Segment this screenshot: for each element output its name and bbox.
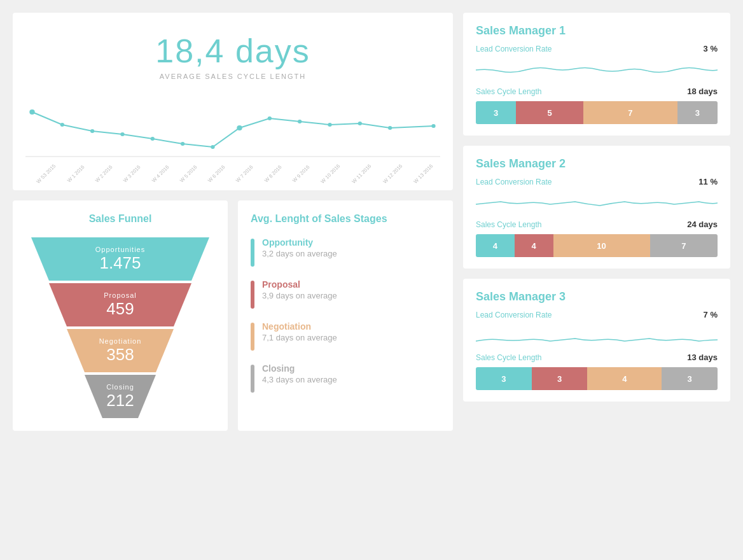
conversion-row: Lead Conversion Rate 11 % bbox=[476, 177, 718, 186]
avg-cycle-card: 18,4 days AVERAGE SALES CYCLE LENGTH bbox=[13, 13, 453, 190]
svg-point-6 bbox=[181, 142, 184, 146]
svg-point-3 bbox=[90, 129, 94, 133]
stage-days: 4,3 days on average bbox=[262, 375, 337, 384]
conversion-label: Lead Conversion Rate bbox=[476, 45, 552, 53]
progress-bar: 44107 bbox=[476, 234, 718, 257]
svg-point-14 bbox=[431, 124, 435, 128]
cycle-value: 24 days bbox=[687, 220, 718, 229]
cycle-label: Sales Cycle Length bbox=[476, 87, 541, 96]
stage-text: Negotiation 7,1 days on average bbox=[262, 321, 337, 342]
conversion-value: 3 % bbox=[704, 44, 718, 53]
svg-point-13 bbox=[388, 126, 392, 130]
stage-name: Proposal bbox=[262, 279, 337, 290]
manager-name: Sales Manager 2 bbox=[476, 157, 718, 171]
cycle-row: Sales Cycle Length 18 days bbox=[476, 87, 718, 96]
svg-point-1 bbox=[29, 109, 34, 115]
svg-point-12 bbox=[358, 122, 362, 125]
manager-card: Sales Manager 1 Lead Conversion Rate 3 %… bbox=[463, 13, 730, 136]
stages-list: Opportunity 3,2 days on average Proposal… bbox=[251, 237, 440, 393]
conversion-value: 11 % bbox=[698, 177, 718, 186]
svg-point-10 bbox=[298, 120, 302, 123]
bar-label: Proposal bbox=[104, 291, 136, 299]
stage-text: Proposal 3,9 days on average bbox=[262, 279, 337, 300]
manager-card: Sales Manager 3 Lead Conversion Rate 7 %… bbox=[463, 279, 730, 402]
stage-item: Proposal 3,9 days on average bbox=[251, 279, 440, 309]
stage-days: 3,2 days on average bbox=[262, 249, 337, 258]
bar-value: 212 bbox=[106, 391, 134, 410]
bar-value: 358 bbox=[106, 345, 134, 365]
stage-days: 7,1 days on average bbox=[262, 333, 337, 342]
progress-segment: 7 bbox=[650, 234, 718, 257]
progress-segment: 5 bbox=[516, 101, 583, 124]
svg-point-9 bbox=[268, 116, 272, 120]
conversion-row: Lead Conversion Rate 7 % bbox=[476, 310, 718, 319]
managers-column: Sales Manager 1 Lead Conversion Rate 3 %… bbox=[463, 13, 730, 431]
cycle-value: 13 days bbox=[687, 353, 718, 362]
svg-point-7 bbox=[211, 145, 214, 149]
progress-bar: 3573 bbox=[476, 101, 718, 124]
cycle-row: Sales Cycle Length 13 days bbox=[476, 353, 718, 362]
avg-cycle-value: 18,4 days bbox=[25, 32, 440, 70]
conversion-label: Lead Conversion Rate bbox=[476, 178, 552, 186]
conversion-value: 7 % bbox=[704, 310, 718, 319]
conversion-row: Lead Conversion Rate 3 % bbox=[476, 44, 718, 53]
progress-segment: 4 bbox=[476, 234, 515, 257]
funnel-bar: Negotiation358 bbox=[31, 329, 209, 372]
mini-sparkline bbox=[476, 323, 718, 349]
mini-sparkline bbox=[476, 57, 718, 83]
funnel-bar: Proposal459 bbox=[31, 283, 209, 326]
stage-indicator bbox=[251, 365, 254, 393]
svg-point-2 bbox=[60, 123, 64, 127]
avg-length-card: Avg. Lenght of Sales Stages Opportunity … bbox=[238, 200, 453, 431]
funnel-bar: Opportunities1.475 bbox=[31, 237, 209, 281]
stage-text: Closing 4,3 days on average bbox=[262, 363, 337, 384]
dashboard: 18,4 days AVERAGE SALES CYCLE LENGTH bbox=[13, 13, 730, 431]
progress-segment: 4 bbox=[587, 367, 662, 390]
progress-segment: 4 bbox=[515, 234, 553, 257]
bottom-section: Sales Funnel Opportunities1.475Proposal4… bbox=[13, 200, 453, 431]
progress-segment: 3 bbox=[532, 367, 588, 390]
avg-length-title: Avg. Lenght of Sales Stages bbox=[251, 213, 440, 225]
stage-name: Negotiation bbox=[262, 321, 337, 332]
cycle-row: Sales Cycle Length 24 days bbox=[476, 220, 718, 229]
progress-segment: 7 bbox=[583, 101, 677, 124]
stage-item: Negotiation 7,1 days on average bbox=[251, 321, 440, 351]
stage-text: Opportunity 3,2 days on average bbox=[262, 237, 337, 258]
x-axis-labels: W 53 2015W 1 2016W 2 2016W 3 2016W 4 201… bbox=[25, 172, 440, 178]
stage-name: Opportunity bbox=[262, 237, 337, 248]
cycle-label: Sales Cycle Length bbox=[476, 353, 541, 362]
stage-days: 3,9 days on average bbox=[262, 291, 337, 300]
progress-segment: 10 bbox=[553, 234, 650, 257]
svg-point-5 bbox=[151, 137, 155, 141]
progress-segment: 3 bbox=[677, 101, 718, 124]
bar-label: Closing bbox=[106, 383, 134, 391]
avg-cycle-chart bbox=[25, 93, 440, 169]
bar-value: 1.475 bbox=[99, 253, 141, 273]
bar-value: 459 bbox=[106, 299, 134, 319]
progress-bar: 3343 bbox=[476, 367, 718, 390]
svg-point-11 bbox=[328, 123, 331, 127]
progress-segment: 3 bbox=[476, 367, 532, 390]
progress-segment: 3 bbox=[476, 101, 516, 124]
manager-name: Sales Manager 3 bbox=[476, 290, 718, 304]
stage-item: Closing 4,3 days on average bbox=[251, 363, 440, 393]
cycle-label: Sales Cycle Length bbox=[476, 220, 541, 229]
mini-sparkline bbox=[476, 190, 718, 216]
svg-point-8 bbox=[237, 125, 242, 130]
bar-label: Negotiation bbox=[99, 337, 142, 345]
progress-segment: 3 bbox=[662, 367, 718, 390]
svg-point-4 bbox=[120, 132, 124, 136]
cycle-value: 18 days bbox=[687, 87, 718, 96]
stage-name: Closing bbox=[262, 363, 337, 374]
manager-name: Sales Manager 1 bbox=[476, 24, 718, 38]
manager-card: Sales Manager 2 Lead Conversion Rate 11 … bbox=[463, 146, 730, 269]
conversion-label: Lead Conversion Rate bbox=[476, 311, 552, 319]
funnel-card: Sales Funnel Opportunities1.475Proposal4… bbox=[13, 200, 228, 431]
stage-indicator bbox=[251, 323, 254, 351]
bar-label: Opportunities bbox=[95, 246, 145, 253]
stage-indicator bbox=[251, 239, 254, 267]
funnel-title: Sales Funnel bbox=[25, 213, 215, 225]
stage-indicator bbox=[251, 281, 254, 309]
funnel-bars: Opportunities1.475Proposal459Negotiation… bbox=[25, 237, 215, 418]
avg-cycle-subtitle: AVERAGE SALES CYCLE LENGTH bbox=[25, 73, 440, 80]
